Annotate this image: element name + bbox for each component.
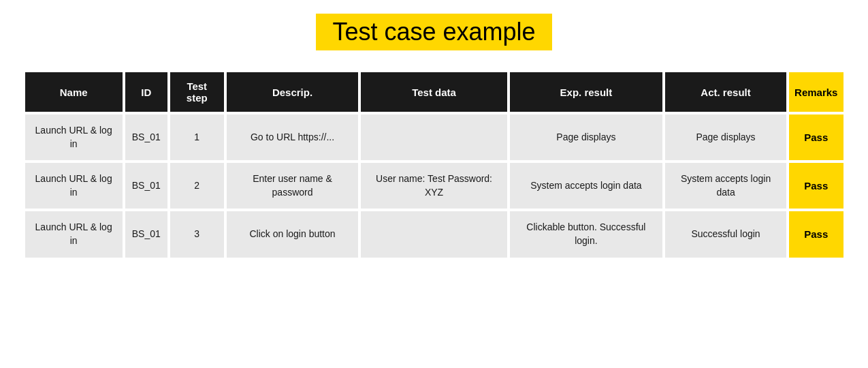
table-cell: BS_01	[125, 114, 167, 160]
col-header-act-result: Act. result	[665, 72, 786, 112]
table-row: Launch URL & log inBS_011Go to URL https…	[25, 114, 843, 160]
table-cell	[361, 211, 507, 257]
col-header-exp-result: Exp. result	[510, 72, 662, 112]
table-cell: System accepts login data	[665, 163, 786, 209]
table-cell: Page displays	[665, 114, 786, 160]
col-header-test-step: Test step	[170, 72, 224, 112]
table-cell: Launch URL & log in	[25, 114, 123, 160]
table-cell: BS_01	[125, 211, 167, 257]
page-title: Test case example	[316, 14, 551, 50]
col-header-name: Name	[25, 72, 123, 112]
table-cell: Pass	[789, 211, 843, 257]
table-cell: Enter user name & password	[227, 163, 359, 209]
table-cell: Launch URL & log in	[25, 163, 123, 209]
table-header-row: Name ID Test step Descrip. Test data Exp…	[25, 72, 843, 112]
table-cell	[361, 114, 507, 160]
table-cell: Pass	[789, 163, 843, 209]
table-cell: 3	[170, 211, 224, 257]
col-header-test-data: Test data	[361, 72, 507, 112]
table-wrapper: Name ID Test step Descrip. Test data Exp…	[22, 70, 846, 260]
table-cell: System accepts login data	[510, 163, 662, 209]
table-cell: Launch URL & log in	[25, 211, 123, 257]
table-row: Launch URL & log inBS_013Click on login …	[25, 211, 843, 257]
table-cell: Pass	[789, 114, 843, 160]
col-header-description: Descrip.	[227, 72, 359, 112]
col-header-remarks: Remarks	[789, 72, 843, 112]
table-cell: Clickable button. Successful login.	[510, 211, 662, 257]
table-row: Launch URL & log inBS_012Enter user name…	[25, 163, 843, 209]
col-header-id: ID	[125, 72, 167, 112]
table-cell: BS_01	[125, 163, 167, 209]
test-case-table: Name ID Test step Descrip. Test data Exp…	[22, 70, 846, 260]
table-cell: Successful login	[665, 211, 786, 257]
table-cell: Page displays	[510, 114, 662, 160]
table-cell: Click on login button	[227, 211, 359, 257]
table-cell: User name: Test Password: XYZ	[361, 163, 507, 209]
table-cell: Go to URL https://...	[227, 114, 359, 160]
table-cell: 2	[170, 163, 224, 209]
table-cell: 1	[170, 114, 224, 160]
